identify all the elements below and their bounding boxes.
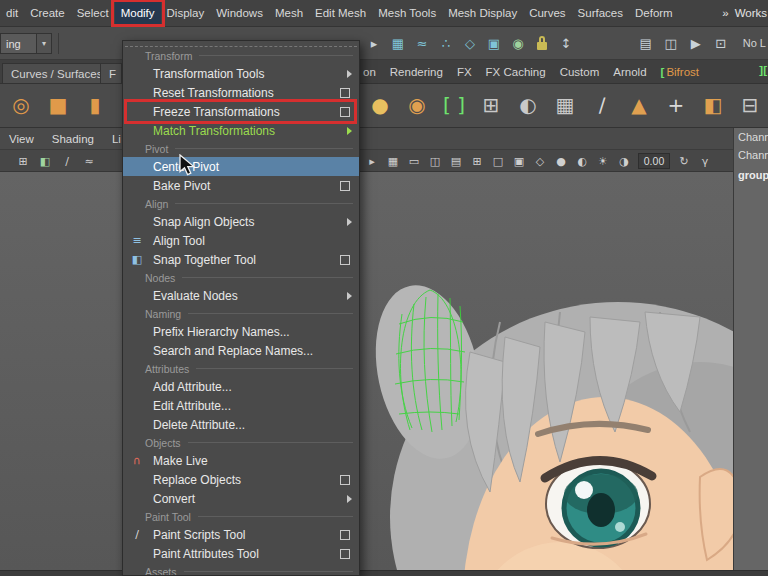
menu-item-reset-transformations[interactable]: Reset Transformations bbox=[123, 83, 359, 102]
cube-array-shelf-icon[interactable]: ⊞ bbox=[474, 88, 508, 122]
film-gate-icon[interactable]: ▭ bbox=[405, 152, 423, 170]
wireframe-mode-icon[interactable]: ◇ bbox=[531, 152, 549, 170]
grid-toggle-icon[interactable]: ⊞ bbox=[14, 152, 32, 170]
grid-icon[interactable]: ▦ bbox=[384, 152, 402, 170]
half-cube-shelf-icon[interactable]: ◧ bbox=[696, 88, 730, 122]
menubar-item-display[interactable]: Display bbox=[161, 0, 211, 26]
menu-item-paint-scripts-tool[interactable]: ∕Paint Scripts Tool bbox=[123, 525, 359, 544]
menubar-item-edit-mesh[interactable]: Edit Mesh bbox=[309, 0, 372, 26]
render-current-frame-icon[interactable]: ▶ bbox=[685, 32, 707, 54]
option-box-icon[interactable] bbox=[340, 88, 350, 98]
snap-to-grid-icon[interactable]: ▦ bbox=[387, 32, 409, 54]
shadows-toggle-icon[interactable]: ◑ bbox=[615, 152, 633, 170]
triangle-shelf-icon[interactable]: ▲ bbox=[622, 88, 656, 122]
menu-item-snap-align-objects[interactable]: Snap Align Objects bbox=[123, 212, 359, 231]
move-arrows-shelf-icon[interactable]: + bbox=[659, 88, 693, 122]
menubar-item-mesh-tools[interactable]: Mesh Tools bbox=[372, 0, 442, 26]
shaded-mode-icon[interactable]: ● bbox=[552, 152, 570, 170]
shelf-tab-on[interactable]: on bbox=[363, 66, 376, 78]
brackets-shelf-icon[interactable]: [ ] bbox=[437, 88, 471, 122]
option-box-icon[interactable] bbox=[340, 475, 350, 485]
menu-item-paint-attributes-tool[interactable]: Paint Attributes Tool bbox=[123, 544, 359, 563]
option-box-icon[interactable] bbox=[340, 107, 350, 117]
cylinder-shelf-icon[interactable]: ▮ bbox=[78, 88, 112, 122]
snap-to-projected-center-icon[interactable]: ◇ bbox=[459, 32, 481, 54]
shelf-tab-arnold[interactable]: Arnold bbox=[613, 66, 646, 78]
exposure-value[interactable]: 0.00 bbox=[638, 153, 670, 169]
sphere-poly-shelf-icon[interactable]: ◉ bbox=[400, 88, 434, 122]
menubar-item-mesh-display[interactable]: Mesh Display bbox=[442, 0, 523, 26]
minus-box-shelf-icon[interactable]: ⊟ bbox=[733, 88, 767, 122]
gate-mask-icon[interactable]: ▤ bbox=[447, 152, 465, 170]
gamma-icon[interactable]: γ bbox=[696, 152, 714, 170]
panel-menu-shading[interactable]: Shading bbox=[43, 133, 103, 145]
sphere-smooth-shelf-icon[interactable]: ● bbox=[363, 88, 397, 122]
shelf-tab-partial[interactable]: F bbox=[100, 63, 122, 83]
menu-item-center-pivot[interactable]: Center Pivot bbox=[123, 157, 359, 176]
menu-item-snap-together-tool[interactable]: ◧Snap Together Tool bbox=[123, 250, 359, 269]
uv-sphere-shelf-icon[interactable]: ◐ bbox=[511, 88, 545, 122]
exposure-icon[interactable]: ↻ bbox=[675, 152, 693, 170]
shelf-tab-custom[interactable]: Custom bbox=[560, 66, 600, 78]
resolution-gate-icon[interactable]: ◫ bbox=[426, 152, 444, 170]
field-chart-icon[interactable]: ⊞ bbox=[468, 152, 486, 170]
menubar-item-deform[interactable]: Deform bbox=[629, 0, 679, 26]
channel-box-menu-1[interactable]: Chann bbox=[734, 128, 768, 146]
menubar-item-select[interactable]: Select bbox=[71, 0, 115, 26]
pencil-curve-shelf-icon[interactable]: ∕ bbox=[585, 88, 619, 122]
menu-item-transformation-tools[interactable]: Transformation Tools bbox=[123, 64, 359, 83]
menu-item-freeze-transformations[interactable]: Freeze Transformations bbox=[123, 102, 359, 121]
menu-item-delete-attribute[interactable]: Delete Attribute... bbox=[123, 415, 359, 434]
shelf-tab-bifrost[interactable]: [Bifrost bbox=[661, 66, 699, 78]
select-tool-icon[interactable]: ▸ bbox=[363, 32, 385, 54]
menu-set-dropdown[interactable]: ing ▾ bbox=[0, 33, 52, 54]
shelf-tab-fx[interactable]: FX bbox=[457, 66, 472, 78]
menu-item-match-transformations[interactable]: Match Transformations bbox=[123, 121, 359, 140]
menu-item-search-and-replace-names[interactable]: Search and Replace Names... bbox=[123, 341, 359, 360]
grid-shelf-icon[interactable]: ▦ bbox=[548, 88, 582, 122]
panel-menu-view[interactable]: View bbox=[0, 133, 43, 145]
shelf-tab-rendering[interactable]: Rendering bbox=[390, 66, 443, 78]
workspace-label[interactable]: Works bbox=[735, 7, 767, 19]
safe-action-icon[interactable]: □ bbox=[489, 152, 507, 170]
option-box-icon[interactable] bbox=[340, 530, 350, 540]
menu-item-bake-pivot[interactable]: Bake Pivot bbox=[123, 176, 359, 195]
channel-box-object-name[interactable]: group2 bbox=[734, 164, 768, 184]
option-box-icon[interactable] bbox=[340, 549, 350, 559]
torus-shelf-icon[interactable]: ◎ bbox=[4, 88, 38, 122]
viewport[interactable] bbox=[0, 172, 733, 570]
menubar-item-create[interactable]: Create bbox=[24, 0, 71, 26]
shelf-tab-fx-caching[interactable]: FX Caching bbox=[486, 66, 546, 78]
lock-icon[interactable] bbox=[531, 32, 553, 54]
wand-icon[interactable]: ∕ bbox=[58, 152, 76, 170]
channel-box-menu-2[interactable]: Chann bbox=[734, 146, 768, 164]
render-view-icon[interactable]: ◫ bbox=[660, 32, 682, 54]
menubar-item-surfaces[interactable]: Surfaces bbox=[572, 0, 629, 26]
menubar-item-mesh[interactable]: Mesh bbox=[269, 0, 309, 26]
menu-item-add-attribute[interactable]: Add Attribute... bbox=[123, 377, 359, 396]
shelf-tab-curves-surfaces[interactable]: Curves / Surfaces bbox=[2, 63, 111, 83]
select-highlight-icon[interactable]: ◧ bbox=[36, 152, 54, 170]
option-box-icon[interactable] bbox=[340, 255, 350, 265]
menu-item-align-tool[interactable]: ≡Align Tool bbox=[123, 231, 359, 250]
menu-item-convert[interactable]: Convert bbox=[123, 489, 359, 508]
option-box-icon[interactable] bbox=[340, 181, 350, 191]
cube-shelf-icon[interactable]: ■ bbox=[41, 88, 75, 122]
snap-to-curve-icon[interactable]: ≈ bbox=[411, 32, 433, 54]
lights-toggle-icon[interactable]: ☀ bbox=[594, 152, 612, 170]
menubar-item-curves[interactable]: Curves bbox=[523, 0, 571, 26]
menubar-item-dit[interactable]: dit bbox=[0, 0, 24, 26]
menu-item-replace-objects[interactable]: Replace Objects bbox=[123, 470, 359, 489]
menu-item-prefix-hierarchy-names[interactable]: Prefix Hierarchy Names... bbox=[123, 322, 359, 341]
menu-item-evaluate-nodes[interactable]: Evaluate Nodes bbox=[123, 286, 359, 305]
make-object-live-icon[interactable]: ◉ bbox=[507, 32, 529, 54]
ipr-render-icon[interactable]: ⊡ bbox=[710, 32, 732, 54]
menubar-item-windows[interactable]: Windows bbox=[210, 0, 269, 26]
construction-history-icon[interactable]: ↕ bbox=[555, 32, 577, 54]
menu-item-edit-attribute[interactable]: Edit Attribute... bbox=[123, 396, 359, 415]
lasso-icon[interactable]: ≈ bbox=[80, 152, 98, 170]
menu-overflow-indicator[interactable]: » bbox=[722, 7, 728, 19]
menu-item-make-live[interactable]: ∩Make Live bbox=[123, 451, 359, 470]
safe-title-icon[interactable]: ▣ bbox=[510, 152, 528, 170]
snap-to-view-plane-icon[interactable]: ▣ bbox=[483, 32, 505, 54]
